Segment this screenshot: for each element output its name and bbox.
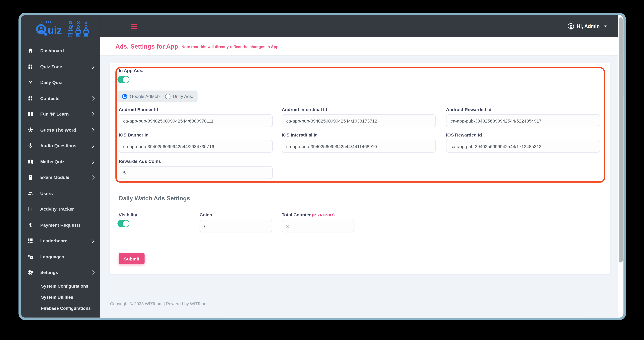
field-ios-rewarded-id: IOS Rewarded Id <box>446 132 600 153</box>
sidebar-item-leaderboard[interactable]: Leaderboard <box>21 233 100 249</box>
field-android-banner-id: Android Banner Id <box>119 107 273 127</box>
field-label: Coins <box>200 212 272 217</box>
grid-icon <box>26 237 34 244</box>
scrollbar-thumb[interactable] <box>619 17 622 263</box>
logo-uiz-text: uiz <box>48 25 62 36</box>
microphone-icon <box>26 142 34 149</box>
submit-button[interactable]: Submit <box>119 253 145 264</box>
field-total-counter: Total Counter (In 24 Hours) <box>282 212 354 232</box>
page-title-note: Note that this will directly reflect the… <box>182 45 278 49</box>
sidebar-item-languages[interactable]: Az Languages <box>21 249 100 265</box>
menu-toggle-icon[interactable] <box>130 24 137 30</box>
sidebar-item-dashboard[interactable]: Dashboard <box>21 43 100 59</box>
settings-card: In App Ads. Google AdMob Unity Ads. Andr… <box>110 63 610 274</box>
in-app-ads-toggle[interactable] <box>118 76 129 83</box>
user-avatar-icon <box>568 23 574 29</box>
home-icon <box>26 48 34 54</box>
field-coins: Coins <box>200 212 272 232</box>
field-android-rewarded-id: Android Rewarded Id <box>446 107 600 127</box>
rewards-ads-coins-input[interactable] <box>119 166 273 179</box>
total-counter-input[interactable] <box>282 220 354 232</box>
field-ios-interstitial-id: IOS Interstitial Id <box>282 132 436 153</box>
ios-interstitial-id-input[interactable] <box>282 140 436 152</box>
section-divider <box>115 246 605 246</box>
sidebar: ELITE uiz <box>21 15 100 318</box>
book-open-icon <box>26 111 34 117</box>
app-logo[interactable]: ELITE uiz <box>21 15 100 43</box>
desktop-background: ELITE uiz <box>0 0 644 340</box>
ad-provider-radio-group: Google AdMob Unity Ads. <box>118 90 198 102</box>
sidebar-item-maths-quiz[interactable]: Maths Quiz <box>21 154 100 169</box>
section-divider <box>115 188 605 188</box>
language-icon: Az <box>26 253 34 260</box>
ios-banner-id-input[interactable] <box>119 140 273 152</box>
in-app-ads-label: In App Ads. <box>119 68 144 73</box>
chevron-right-icon <box>90 128 94 132</box>
field-label: Android Banner Id <box>119 107 273 112</box>
visibility-toggle[interactable] <box>118 220 129 227</box>
svg-text:z: z <box>31 257 32 259</box>
chevron-right-icon <box>90 96 94 100</box>
radio-unity-ads[interactable]: Unity Ads. <box>165 94 193 99</box>
field-label: IOS Rewarded Id <box>446 132 600 137</box>
chart-icon <box>26 206 34 212</box>
logo-elite-text: ELITE <box>41 20 53 24</box>
rupee-icon: ₹ <box>26 222 34 228</box>
radio-google-admob[interactable]: Google AdMob <box>122 94 160 99</box>
field-label: IOS Interstitial Id <box>282 132 436 137</box>
user-menu[interactable]: Hi, Admin <box>568 15 607 37</box>
sidebar-item-payment-requests[interactable]: ₹ Payment Requests <box>21 217 100 233</box>
field-android-interstitial-id: Android Interstitial Id <box>282 107 436 127</box>
chevron-right-icon <box>90 112 94 116</box>
ios-rewarded-id-input[interactable] <box>446 140 600 152</box>
field-label: Android Interstitial Id <box>282 107 436 112</box>
sidebar-item-settings[interactable]: Settings <box>21 265 100 280</box>
scrollbar-track[interactable] <box>618 15 624 318</box>
elite-quiz-logo-icon: ELITE uiz <box>36 19 90 38</box>
coins-input[interactable] <box>200 220 272 232</box>
sidebar-nav: Dashboard Quiz Zone ? Daily Quiz Contest… <box>21 43 100 314</box>
sidebar-item-quiz-zone[interactable]: Quiz Zone <box>21 59 100 74</box>
sidebar-item-contests[interactable]: Contests <box>21 90 100 106</box>
sidebar-item-users[interactable]: Users <box>21 185 100 201</box>
visibility-label: Visibility <box>119 212 137 217</box>
chevron-right-icon <box>90 176 94 179</box>
gift-icon <box>26 63 34 70</box>
page-title-bar: Ads. Settings for App Note that this wil… <box>100 37 618 55</box>
android-banner-id-input[interactable] <box>119 114 273 127</box>
topbar: Hi, Admin <box>100 15 618 37</box>
field-label: Android Rewarded Id <box>446 107 600 112</box>
sidebar-subitem-system-configurations[interactable]: System Configurations <box>21 280 100 291</box>
caret-down-icon <box>604 25 607 27</box>
flower-icon <box>26 127 34 133</box>
gift-icon <box>26 95 34 101</box>
sidebar-item-audio-questions[interactable]: Audio Questions <box>21 138 100 154</box>
field-label: IOS Banner Id <box>119 132 273 137</box>
footer-copyright: Copyright © 2023 WRTeam | Powered by WRT… <box>110 301 208 306</box>
users-icon <box>26 190 34 197</box>
page-title: Ads. Settings for App <box>115 43 178 50</box>
book-open-icon <box>26 158 34 165</box>
svg-text:A: A <box>28 255 30 257</box>
chevron-right-icon <box>90 271 94 274</box>
chevron-right-icon <box>90 239 94 243</box>
sidebar-subitem-system-utilities[interactable]: System Utilities <box>21 291 100 302</box>
sidebar-item-guess-the-word[interactable]: Guess The Word <box>21 122 100 138</box>
daily-watch-ads-heading: Daily Watch Ads Settings <box>119 195 190 202</box>
chevron-right-icon <box>90 65 94 68</box>
sidebar-item-fun-n-learn[interactable]: Fun 'N' Learn <box>21 106 100 122</box>
sidebar-item-daily-quiz[interactable]: ? Daily Quiz <box>21 74 100 90</box>
field-label: Total Counter <box>282 212 311 217</box>
main-content: Ads. Settings for App Note that this wil… <box>100 37 618 318</box>
android-rewarded-id-input[interactable] <box>446 114 600 127</box>
gear-icon <box>26 269 34 276</box>
sidebar-subitem-firebase-configurations[interactable]: Firebase Configurations <box>21 302 100 314</box>
field-label-note: (In 24 Hours) <box>312 213 335 217</box>
chevron-right-icon <box>90 144 94 148</box>
radio-unselected-icon <box>165 94 170 99</box>
sidebar-item-exam-module[interactable]: Exam Module <box>21 169 100 185</box>
sidebar-item-activity-tracker[interactable]: Activity Tracker <box>21 201 100 217</box>
android-interstitial-id-input[interactable] <box>282 114 436 127</box>
field-ios-banner-id: IOS Banner Id <box>119 132 273 153</box>
chevron-right-icon <box>90 160 94 163</box>
